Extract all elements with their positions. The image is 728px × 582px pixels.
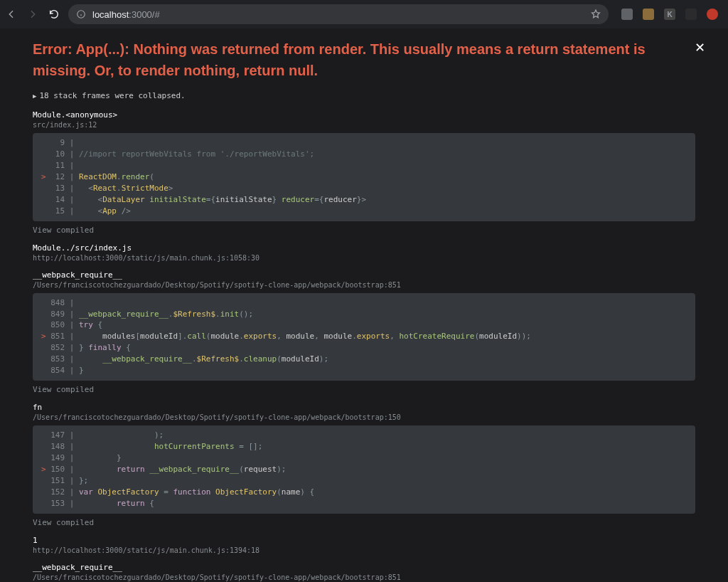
stack-frame-location: http://localhost:3000/static/js/main.chu… [33,254,695,262]
url-text: localhost:3000/# [92,9,160,20]
code-line: 10 | //import reportWebVitals from './re… [33,149,695,160]
stack-frame-location: /Users/franciscotochezguardado/Desktop/S… [33,413,695,421]
stack-frame-title: 1 [33,536,695,545]
code-line: 148 | hotCurrentParents = []; [33,441,695,453]
stack-frame-title: __webpack_require__ [33,563,695,572]
bookmark-star-icon[interactable] [590,9,601,20]
stack-frame-title: fn [33,403,695,412]
stack-frame-title: __webpack_require__ [33,270,695,280]
stack-frame-title: Module../src/index.js [33,243,695,253]
code-line: 147 | ); [33,430,695,441]
code-line: 14 | <DataLayer initialState={initialSta… [33,194,695,206]
view-compiled-link[interactable]: View compiled [33,518,695,527]
code-line: > 12 | ReactDOM.render( [33,171,695,183]
site-info-icon[interactable] [75,9,87,20]
code-line: 853 | __webpack_require__.$Refresh$.clea… [33,354,695,365]
back-button[interactable] [6,9,17,20]
extension-icon[interactable] [621,9,633,20]
extension-icons: K [617,9,722,20]
code-line: 13 | <React.StrictMode> [33,183,695,194]
stack-frame-title: Module.<anonymous> [33,110,695,120]
code-line: 850 | try { [33,319,695,331]
triangle-right-icon: ▶ [33,92,36,100]
extension-icon[interactable] [643,9,654,20]
code-line: 149 | } [33,453,695,464]
code-line: 152 | var ObjectFactory = function Objec… [33,487,695,498]
code-line: > 851 | modules[moduleId].call(module.ex… [33,331,695,342]
code-block: 147 | ); 148 | hotCurrentParents = []; 1… [33,425,695,514]
stack-frame-location: /Users/franciscotochezguardado/Desktop/S… [33,573,695,581]
browser-toolbar: localhost:3000/# K [0,0,728,28]
code-block: 848 | 849 | __webpack_require__.$Refresh… [33,293,695,381]
code-line: 11 | [33,160,695,171]
code-line: 153 | return { [33,498,695,509]
code-line: 852 | } finally { [33,342,695,354]
stack-frame-location: src/index.js:12 [33,121,695,129]
forward-button[interactable] [27,9,38,20]
extension-icon[interactable] [685,9,697,20]
code-line: > 150 | return __webpack_require__(reque… [33,464,695,475]
address-bar[interactable]: localhost:3000/# [68,4,609,24]
collapsed-frames-toggle[interactable]: ▶18 stack frames were collapsed. [33,91,695,100]
view-compiled-link[interactable]: View compiled [33,226,695,235]
reload-button[interactable] [48,9,60,20]
close-button[interactable]: ✕ [695,41,705,54]
extension-icon[interactable]: K [664,9,675,20]
nav-buttons [6,9,60,20]
error-title: Error: App(...): Nothing was returned fr… [33,38,695,81]
code-line: 848 | [33,297,695,309]
stack-frame-location: /Users/franciscotochezguardado/Desktop/S… [33,281,695,289]
code-line: 849 | __webpack_require__.$Refresh$.init… [33,309,695,320]
view-compiled-link[interactable]: View compiled [33,385,695,394]
extension-icon[interactable] [707,9,718,20]
code-line: 15 | <App /> [33,206,695,217]
code-line: 854 | } [33,365,695,376]
error-overlay: ✕ Error: App(...): Nothing was returned … [0,28,728,582]
stack-frame-location: http://localhost:3000/static/js/main.chu… [33,546,695,554]
code-block: 9 | 10 | //import reportWebVitals from '… [33,133,695,221]
code-line: 151 | }; [33,475,695,487]
code-line: 9 | [33,137,695,149]
